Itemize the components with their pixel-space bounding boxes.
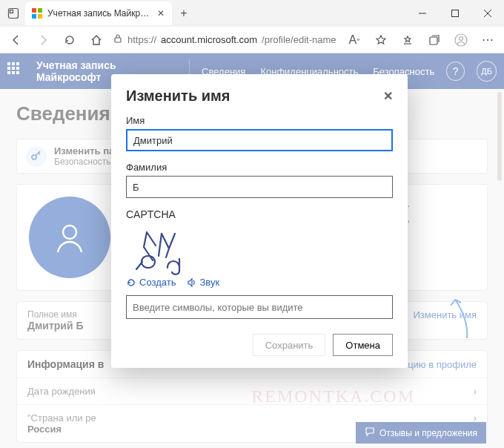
tab-manager-icon[interactable] (4, 4, 22, 22)
svg-rect-10 (115, 38, 121, 42)
svg-rect-7 (452, 10, 459, 17)
dialog-title: Изменить имя (126, 88, 231, 105)
svg-rect-5 (38, 14, 42, 19)
captcha-label: CAPTCHA (126, 208, 393, 220)
svg-rect-2 (32, 8, 36, 13)
read-aloud-icon[interactable]: A» (344, 30, 365, 50)
star-icon[interactable] (371, 30, 391, 50)
lock-icon (113, 33, 123, 46)
back-button[interactable] (6, 30, 27, 50)
collections-icon[interactable] (424, 30, 445, 50)
maximize-button[interactable] (439, 0, 471, 27)
save-button[interactable]: Сохранить (253, 334, 326, 356)
last-name-label: Фамилия (126, 162, 393, 173)
close-tab-icon[interactable]: ✕ (156, 7, 166, 20)
tab-title: Учетная запись Майкрософт | E (47, 8, 151, 19)
address-bar: https://account.microsoft.com/profile/ed… (0, 27, 504, 53)
forward-button[interactable] (33, 30, 53, 50)
captcha-input[interactable] (126, 295, 393, 319)
captcha-new-link[interactable]: Создать (126, 277, 176, 288)
url-field[interactable]: https://account.microsoft.com/profile/ed… (113, 33, 338, 46)
new-tab-button[interactable]: + (175, 7, 193, 20)
svg-rect-3 (38, 8, 42, 13)
captcha-image (126, 225, 393, 277)
svg-point-14 (460, 36, 463, 40)
more-icon[interactable]: ⋯ (477, 30, 498, 50)
url-path: /profile/edit-name (262, 34, 336, 45)
last-name-input[interactable] (126, 176, 393, 198)
profile-icon[interactable] (451, 30, 471, 50)
captcha-audio-link[interactable]: Звук (186, 277, 219, 288)
edit-name-dialog: Изменить имя ✕ Имя Фамилия CAPTCHA Созда… (111, 74, 408, 368)
url-protocol: https:// (127, 34, 156, 45)
svg-rect-1 (10, 10, 13, 13)
url-host: account.microsoft.com (161, 34, 257, 45)
cancel-button[interactable]: Отмена (333, 334, 393, 356)
audio-icon (186, 277, 196, 288)
first-name-label: Имя (126, 115, 393, 126)
first-name-input[interactable] (126, 129, 393, 151)
home-button[interactable] (86, 30, 107, 50)
refresh-icon (126, 277, 136, 288)
close-window-button[interactable] (471, 0, 504, 27)
window-titlebar: Учетная запись Майкрософт | E ✕ + (0, 0, 504, 27)
browser-tab[interactable]: Учетная запись Майкрософт | E ✕ (25, 1, 172, 25)
close-icon[interactable]: ✕ (383, 89, 393, 103)
ms-favicon (31, 7, 43, 19)
refresh-button[interactable] (59, 30, 80, 50)
minimize-button[interactable] (406, 0, 439, 27)
favorites-icon[interactable] (397, 30, 418, 50)
svg-rect-12 (430, 37, 437, 45)
svg-rect-4 (32, 14, 36, 19)
